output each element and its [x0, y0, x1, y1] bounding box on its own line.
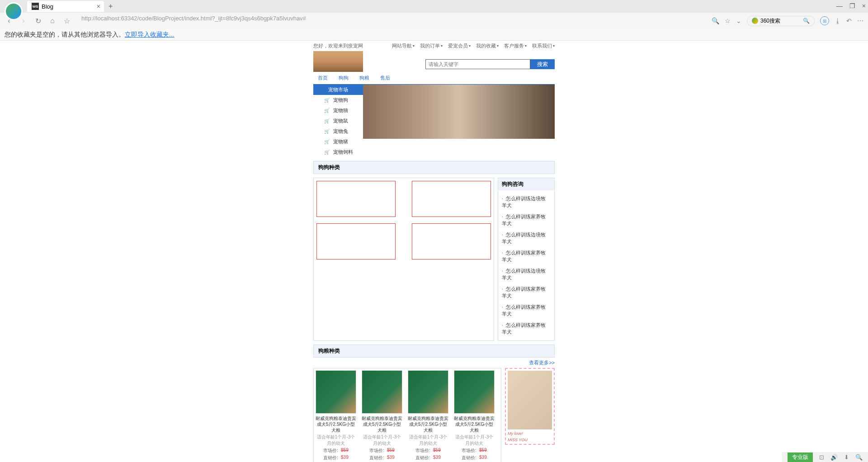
breed-card[interactable] — [316, 181, 396, 217]
sidebar-item-feed[interactable]: 🛒宠物饲料 — [313, 147, 363, 157]
status-zoom-icon[interactable]: 🔍 — [855, 454, 863, 461]
product-list: 耐威克狗粮泰迪贵宾成犬5斤2.5KG小型犬粮 适合年龄1个月-3个月的幼犬 市场… — [313, 368, 501, 462]
nav-dog[interactable]: 狗狗 — [339, 75, 349, 81]
home-button[interactable]: ⌂ — [48, 17, 57, 25]
sidebar-item-cat[interactable]: 🛒宠物猫 — [313, 105, 363, 116]
product-card[interactable]: 耐威克狗粮泰迪贵宾成犬5斤2.5KG小型犬粮 适合年龄1个月-3个月的幼犬 市场… — [408, 370, 448, 461]
new-tab-button[interactable]: + — [108, 2, 113, 10]
breed-card[interactable] — [412, 181, 491, 217]
sidebar-item-pig[interactable]: 🛒宠物猪 — [313, 137, 363, 147]
dog-food-section: 查看更多>> 耐威克狗粮泰迪贵宾成犬5斤2.5KG小型犬粮 适合年龄1个月-3个… — [313, 358, 555, 462]
search-in-page-icon[interactable]: 🔍 — [712, 17, 719, 24]
dog-consult-title: 狗狗咨询 — [498, 178, 554, 190]
product-card[interactable]: 耐威克狗粮泰迪贵宾成犬5斤2.5KG小型犬粮 适合年龄1个月-3个月的幼犬 市场… — [362, 370, 402, 461]
url-text: http://localhost:63342/code/BlogProject/… — [81, 15, 306, 22]
top-nav-sitemap[interactable]: 网站导航▾ — [392, 42, 415, 49]
hero-banner-image — [363, 85, 555, 139]
dog-breed-section: 狗狗咨询 怎么样训练边境牧羊犬 怎么样训练家养牧羊犬 怎么样训练边境牧羊犬 怎么… — [313, 178, 555, 341]
chevron-down-icon: ▾ — [413, 44, 415, 48]
top-nav-orders[interactable]: 我的订单▾ — [420, 42, 443, 49]
promo-image — [508, 371, 552, 429]
consult-item[interactable]: 怎么样训练家养牧羊犬 — [500, 320, 552, 338]
product-image — [362, 370, 402, 414]
site-logo[interactable] — [313, 51, 363, 72]
search-area: 搜索 — [425, 59, 555, 69]
product-card[interactable]: 耐威克狗粮泰迪贵宾成犬5斤2.5KG小型犬粮 适合年龄1个月-3个月的幼犬 市场… — [454, 370, 495, 461]
more-icon[interactable]: ⋯ — [857, 17, 863, 24]
bookmark-bar: 您的收藏夹是空的，请从其他浏览器导入。 立即导入收藏夹... — [0, 29, 868, 41]
download-icon[interactable]: ⭳ — [835, 17, 841, 24]
tab-bar: WS Blog × + — ❐ × — [0, 0, 868, 13]
search-input[interactable] — [425, 59, 530, 69]
sidebar-item-mouse[interactable]: 🛒宠物鼠 — [313, 116, 363, 126]
reload-button[interactable]: ↻ — [33, 17, 42, 25]
consult-item[interactable]: 怎么样训练边境牧羊犬 — [500, 265, 552, 283]
bookmark-star-icon[interactable]: ☆ — [62, 17, 71, 25]
sidebar-item-dog[interactable]: 🛒宠物狗 — [313, 95, 363, 105]
dog-consult-list: 怎么样训练边境牧羊犬 怎么样训练家养牧羊犬 怎么样训练边境牧羊犬 怎么样训练家养… — [498, 190, 554, 340]
forward-button[interactable]: › — [19, 17, 28, 25]
tab-favicon-icon: WS — [32, 3, 39, 10]
product-image — [408, 370, 448, 414]
dropdown-icon[interactable]: ⌄ — [736, 17, 741, 24]
cart-icon: 🛒 — [324, 98, 330, 103]
cart-icon: 🛒 — [324, 108, 330, 113]
top-bar: 您好，欢迎来到疫宠网 网站导航▾ 我的订单▾ 爱宠会员▾ 我的收藏▾ 客户服务▾… — [313, 41, 555, 51]
nav-home[interactable]: 首页 — [318, 75, 328, 81]
status-icon-3[interactable]: ⬇ — [844, 454, 849, 461]
sidebar-item-rabbit[interactable]: 🛒宠物兔 — [313, 126, 363, 137]
consult-item[interactable]: 怎么样训练家养牧羊犬 — [500, 283, 552, 302]
product-hint: 适合年龄1个月-3个月的幼犬 — [408, 434, 448, 447]
header-row: 搜索 — [313, 51, 555, 72]
search-360-box[interactable]: 360搜索 🔍 — [747, 16, 815, 26]
cart-icon: 🛒 — [324, 129, 330, 134]
search-button[interactable]: 搜索 — [530, 59, 555, 69]
product-hint: 适合年龄1个月-3个月的幼犬 — [454, 434, 495, 447]
top-nav-member[interactable]: 爱宠会员▾ — [448, 42, 471, 49]
browser-chrome: WS Blog × + — ❐ × ‹ › ↻ ⌂ ☆ http://local… — [0, 0, 868, 41]
cart-icon: 🛒 — [324, 118, 330, 123]
status-icon-2[interactable]: 🔊 — [830, 454, 838, 461]
chevron-down-icon: ▾ — [469, 44, 471, 48]
top-nav: 网站导航▾ 我的订单▾ 爱宠会员▾ 我的收藏▾ 客户服务▾ 联系我们▾ — [392, 42, 555, 49]
product-hint: 适合年龄1个月-3个月的幼犬 — [362, 434, 402, 447]
minimize-icon[interactable]: — — [836, 2, 843, 9]
main-nav: 首页 狗狗 狗粮 售后 — [313, 72, 555, 85]
consult-item[interactable]: 怎么样训练家养牧羊犬 — [500, 302, 552, 320]
top-nav-favorites[interactable]: 我的收藏▾ — [476, 42, 499, 49]
consult-item[interactable]: 怎么样训练家养牧羊犬 — [500, 211, 552, 229]
consult-item[interactable]: 怎么样训练边境牧羊犬 — [500, 193, 552, 211]
close-window-icon[interactable]: × — [862, 2, 866, 9]
favorite-icon[interactable]: ☆ — [725, 17, 731, 24]
chevron-down-icon: ▾ — [497, 44, 499, 48]
nav-aftersale[interactable]: 售后 — [380, 75, 390, 81]
product-card[interactable]: 耐威克狗粮泰迪贵宾成犬5斤2.5KG小型犬粮 适合年龄1个月-3个月的幼犬 市场… — [316, 370, 356, 461]
breed-card[interactable] — [412, 223, 491, 259]
cart-icon: 🛒 — [324, 150, 330, 155]
bookmark-import-link[interactable]: 立即导入收藏夹... — [125, 31, 175, 39]
consult-item[interactable]: 怎么样训练边境牧羊犬 — [500, 229, 552, 247]
status-icon-1[interactable]: ⊡ — [819, 454, 824, 461]
dog-consult-panel: 狗狗咨询 怎么样训练边境牧羊犬 怎么样训练家养牧羊犬 怎么样训练边境牧羊犬 怎么… — [498, 178, 555, 341]
promo-box[interactable]: My love! MISS YOU — [505, 368, 555, 445]
breed-card[interactable] — [316, 223, 396, 259]
consult-item[interactable]: 怎么样训练家养牧羊犬 — [500, 247, 552, 265]
product-name: 耐威克狗粮泰迪贵宾成犬5斤2.5KG小型犬粮 — [408, 415, 448, 433]
welcome-text: 您好，欢迎来到疫宠网 — [313, 42, 363, 49]
url-bar[interactable]: http://localhost:63342/code/BlogProject/… — [77, 15, 706, 27]
maximize-icon[interactable]: ❐ — [849, 2, 855, 9]
undo-icon[interactable]: ↶ — [846, 17, 852, 24]
search-360-logo-icon — [752, 18, 758, 24]
tab-close-icon[interactable]: × — [97, 3, 100, 10]
top-nav-contact[interactable]: 联系我们▾ — [532, 42, 555, 49]
browser-tab[interactable]: WS Blog × — [27, 1, 104, 12]
sidebar: 宠物市场 🛒宠物狗 🛒宠物猫 🛒宠物鼠 🛒宠物兔 🛒宠物猪 🛒宠物饲料 — [313, 85, 363, 157]
extension-icon[interactable]: ⊞ — [820, 16, 829, 25]
view-more-link[interactable]: 查看更多>> — [313, 358, 555, 368]
page-content: 您好，欢迎来到疫宠网 网站导航▾ 我的订单▾ 爱宠会员▾ 我的收藏▾ 客户服务▾… — [313, 41, 555, 462]
top-nav-service[interactable]: 客户服务▾ — [504, 42, 527, 49]
pro-badge[interactable]: 专业版 — [788, 453, 813, 462]
nav-food[interactable]: 狗粮 — [359, 75, 369, 81]
browser-status-bar: 专业版 ⊡ 🔊 ⬇ 🔍 — [782, 452, 868, 462]
product-name: 耐威克狗粮泰迪贵宾成犬5斤2.5KG小型犬粮 — [316, 415, 356, 433]
